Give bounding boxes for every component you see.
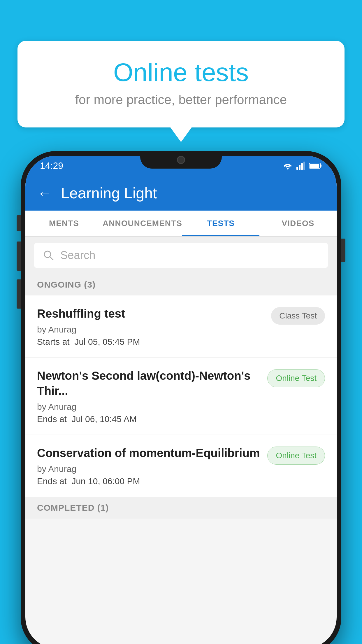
svg-rect-1 bbox=[296, 167, 298, 170]
svg-rect-6 bbox=[320, 164, 321, 167]
svg-point-8 bbox=[44, 251, 51, 258]
test-author: by Anurag bbox=[37, 464, 261, 474]
test-info: Reshuffling test by Anurag Starts at Jul… bbox=[37, 306, 265, 347]
test-author: by Anurag bbox=[37, 402, 261, 412]
test-item[interactable]: Reshuffling test by Anurag Starts at Jul… bbox=[25, 295, 337, 358]
svg-point-0 bbox=[287, 168, 289, 169]
bubble-subtitle: for more practice, better performance bbox=[41, 92, 321, 107]
app-bar-title: Learning Light bbox=[61, 184, 157, 202]
phone-screen: 14:29 bbox=[25, 156, 337, 644]
tabs-bar: MENTS ANNOUNCEMENTS TESTS VIDEOS bbox=[25, 211, 337, 237]
svg-rect-3 bbox=[301, 163, 303, 170]
phone-frame: 14:29 bbox=[21, 151, 341, 644]
test-time: Ends at Jul 06, 10:45 AM bbox=[37, 414, 261, 424]
speech-bubble: Online tests for more practice, better p… bbox=[17, 41, 345, 127]
ongoing-section-header: ONGOING (3) bbox=[25, 274, 337, 295]
ongoing-label: ONGOING (3) bbox=[37, 280, 96, 289]
test-title: Newton's Second law(contd)-Newton's Thir… bbox=[37, 368, 261, 398]
test-list: Reshuffling test by Anurag Starts at Jul… bbox=[25, 295, 337, 497]
battery-icon bbox=[309, 162, 322, 169]
front-camera bbox=[177, 156, 185, 164]
search-box[interactable]: Search bbox=[34, 243, 328, 268]
test-info: Newton's Second law(contd)-Newton's Thir… bbox=[37, 368, 261, 424]
bubble-title: Online tests bbox=[41, 58, 321, 87]
speech-bubble-container: Online tests for more practice, better p… bbox=[17, 41, 345, 127]
test-time: Ends at Jun 10, 06:00 PM bbox=[37, 476, 261, 486]
silent-button bbox=[17, 215, 21, 231]
signal-icon bbox=[296, 162, 306, 170]
back-button[interactable]: ← bbox=[37, 186, 52, 201]
phone-notch bbox=[140, 151, 222, 169]
test-time: Starts at Jul 05, 05:45 PM bbox=[37, 337, 265, 347]
badge-class-test: Class Test bbox=[271, 307, 325, 325]
phone-outer: 14:29 bbox=[21, 151, 341, 644]
svg-rect-7 bbox=[310, 164, 319, 168]
completed-label: COMPLETED (1) bbox=[37, 503, 109, 512]
test-author: by Anurag bbox=[37, 325, 265, 335]
test-title: Reshuffling test bbox=[37, 306, 265, 321]
tab-tests[interactable]: TESTS bbox=[182, 211, 259, 236]
tab-ments[interactable]: MENTS bbox=[25, 211, 103, 236]
test-title: Conservation of momentum-Equilibrium bbox=[37, 445, 261, 461]
status-icons bbox=[282, 162, 322, 170]
status-time: 14:29 bbox=[40, 160, 63, 171]
badge-online-test: Online Test bbox=[267, 369, 325, 387]
svg-rect-2 bbox=[299, 165, 301, 170]
svg-rect-4 bbox=[303, 162, 305, 170]
svg-line-9 bbox=[50, 257, 53, 260]
wifi-icon bbox=[282, 162, 293, 170]
search-placeholder: Search bbox=[60, 249, 95, 262]
app-bar: ← Learning Light bbox=[25, 176, 337, 211]
volume-down-button bbox=[17, 279, 21, 309]
tab-announcements[interactable]: ANNOUNCEMENTS bbox=[103, 211, 182, 236]
search-icon bbox=[43, 250, 55, 261]
test-item[interactable]: Conservation of momentum-Equilibrium by … bbox=[25, 435, 337, 497]
badge-online-test: Online Test bbox=[267, 447, 325, 465]
search-container: Search bbox=[25, 237, 337, 274]
volume-up-button bbox=[17, 242, 21, 271]
test-item[interactable]: Newton's Second law(contd)-Newton's Thir… bbox=[25, 358, 337, 435]
tab-videos[interactable]: VIDEOS bbox=[259, 211, 337, 236]
test-info: Conservation of momentum-Equilibrium by … bbox=[37, 445, 261, 486]
completed-section-header: COMPLETED (1) bbox=[25, 497, 337, 519]
power-button bbox=[341, 239, 345, 262]
